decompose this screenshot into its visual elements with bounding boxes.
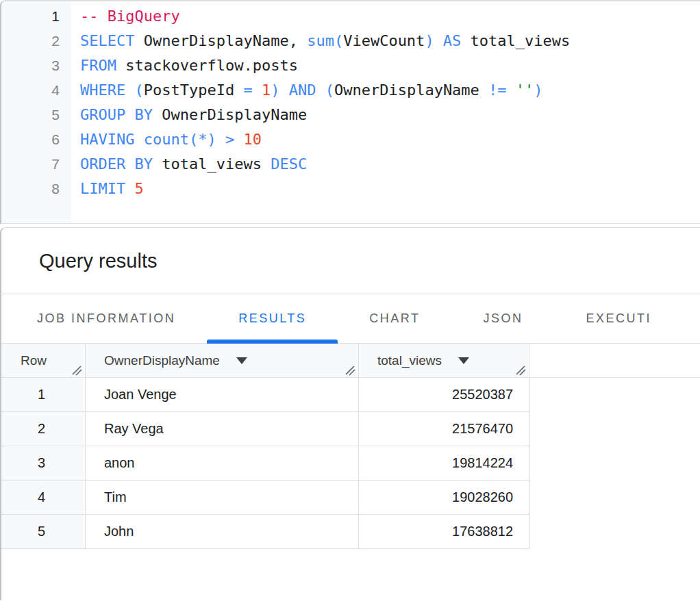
- owner-display-name-cell: Joan Venge: [86, 378, 359, 411]
- code-token-kw: AND: [289, 81, 316, 99]
- code-token-pn: ): [207, 131, 216, 148]
- tab-label: JOB INFORMATION: [37, 311, 175, 326]
- line-number: 8: [1, 177, 71, 201]
- code-token-com: -- BigQuery: [80, 8, 180, 25]
- code-token-fn: sum: [307, 32, 334, 49]
- code-line[interactable]: WHERE (PostTypeId = 1) AND (OwnerDisplay…: [80, 78, 700, 103]
- line-number: 4: [1, 78, 71, 103]
- code-token-id: OwnerDisplayName: [334, 81, 488, 99]
- code-token-op: =: [243, 81, 262, 99]
- column-resize-handle-icon[interactable]: [345, 364, 355, 374]
- code-token-id: OwnerDisplayName,: [134, 32, 307, 49]
- query-results-header: Query results: [1, 228, 700, 294]
- column-header-label: OwnerDisplayName: [104, 353, 220, 368]
- code-line[interactable]: LIMIT 5: [80, 177, 700, 201]
- row-number-cell: 2: [1, 412, 86, 446]
- tab-label: CHART: [369, 311, 420, 326]
- table-row: 2Ray Vega21576470: [1, 412, 530, 446]
- code-line[interactable]: SELECT OwnerDisplayName, sum(ViewCount) …: [80, 29, 700, 53]
- total-views-cell: 21576470: [359, 412, 530, 446]
- line-number: 2: [1, 29, 71, 53]
- tab-results[interactable]: RESULTS: [207, 294, 338, 343]
- column-resize-handle-icon[interactable]: [72, 364, 82, 374]
- total-views-cell: 17638812: [359, 515, 530, 548]
- code-token-kw: GROUP BY: [80, 106, 153, 123]
- code-token-num: 5: [134, 180, 143, 197]
- column-header-label: Row: [21, 353, 47, 368]
- code-token-kw: WHERE: [80, 81, 125, 99]
- code-token-pn: (: [189, 131, 198, 148]
- sql-editor[interactable]: 12345678 -- BigQuerySELECT OwnerDisplayN…: [0, 0, 700, 224]
- code-token-id: total_views: [153, 155, 271, 172]
- header-filler-cell: [529, 344, 700, 377]
- code-token-str: '': [516, 81, 534, 99]
- tab-label: EXECUTI: [586, 311, 652, 326]
- table-row: 3anon19814224: [1, 446, 530, 481]
- tab-label: RESULTS: [238, 311, 306, 326]
- code-line[interactable]: HAVING count(*) > 10: [80, 127, 700, 152]
- tab-label: JSON: [484, 311, 523, 326]
- table-row: 5John17638812: [1, 515, 530, 549]
- owner-display-name-cell: anon: [86, 446, 359, 480]
- tab-job-information[interactable]: JOB INFORMATION: [5, 294, 207, 343]
- code-token-kw: LIMIT: [80, 180, 134, 197]
- column-header-total_views: total_views: [359, 344, 529, 377]
- tab-json[interactable]: JSON: [452, 294, 555, 343]
- tab-executi[interactable]: EXECUTI: [555, 294, 684, 343]
- line-number: 6: [1, 127, 71, 152]
- sort-dropdown-icon[interactable]: [458, 357, 469, 364]
- row-number-cell: 5: [1, 515, 86, 548]
- row-number-cell: 3: [1, 446, 86, 480]
- tab-chart[interactable]: CHART: [338, 294, 451, 343]
- code-token-id: total_views: [471, 32, 571, 49]
- code-line[interactable]: -- BigQuery: [80, 4, 700, 29]
- code-token-kw: HAVING: [80, 131, 144, 148]
- total-views-cell: 25520387: [359, 378, 530, 411]
- code-token-kw: ORDER BY: [80, 155, 153, 172]
- code-token-pn: (: [125, 81, 144, 99]
- code-token-num: 10: [243, 131, 262, 148]
- code-token-op: *: [198, 131, 207, 148]
- code-token-kw: FROM: [80, 57, 116, 74]
- owner-display-name-cell: Tim: [86, 481, 359, 514]
- column-header-ownerdisplayname: OwnerDisplayName: [86, 344, 359, 377]
- code-token-pn: ): [271, 81, 289, 99]
- line-number: 3: [1, 53, 71, 78]
- code-token-pn: (: [334, 32, 343, 49]
- code-token-id: ViewCount: [343, 32, 425, 49]
- code-token-pn: ): [534, 81, 542, 99]
- line-number: 5: [1, 103, 71, 127]
- line-number: 1: [1, 4, 71, 29]
- code-token-fn: count: [144, 131, 189, 148]
- code-token-id: PostTypeId: [144, 81, 244, 99]
- row-number-cell: 1: [1, 378, 86, 411]
- code-line[interactable]: GROUP BY OwnerDisplayName: [80, 103, 700, 127]
- row-number-cell: 4: [1, 481, 86, 514]
- results-table-header: RowOwnerDisplayNametotal_views: [1, 344, 700, 378]
- column-header-row: Row: [1, 344, 86, 377]
- total-views-cell: 19814224: [359, 446, 530, 480]
- owner-display-name-cell: John: [86, 515, 359, 548]
- code-token-kw: DESC: [271, 155, 307, 172]
- code-token-pn: ): [425, 32, 434, 49]
- code-token-id: stackoverflow.posts: [116, 57, 298, 74]
- code-token-id: OwnerDisplayName: [153, 106, 307, 123]
- column-header-label: total_views: [377, 353, 442, 368]
- results-table-body: 1Joan Venge255203872Ray Vega215764703ano…: [1, 378, 700, 549]
- code-token-op: !=: [488, 81, 516, 99]
- results-tab-bar: JOB INFORMATIONRESULTSCHARTJSONEXECUTI: [1, 294, 700, 344]
- code-line[interactable]: ORDER BY total_views DESC: [80, 152, 700, 177]
- code-line[interactable]: FROM stackoverflow.posts: [80, 53, 700, 78]
- code-token-kw: AS: [434, 32, 471, 49]
- code-token-pn: (: [316, 81, 334, 99]
- column-resize-handle-icon[interactable]: [516, 364, 526, 374]
- total-views-cell: 19028260: [359, 481, 530, 514]
- owner-display-name-cell: Ray Vega: [86, 412, 359, 446]
- table-row: 4Tim19028260: [1, 481, 530, 515]
- sql-code-area[interactable]: -- BigQuerySELECT OwnerDisplayName, sum(…: [71, 1, 700, 223]
- code-token-op: >: [216, 131, 244, 148]
- table-row: 1Joan Venge25520387: [1, 378, 530, 412]
- code-token-kw: SELECT: [80, 32, 134, 49]
- sort-dropdown-icon[interactable]: [236, 357, 247, 364]
- line-number: 7: [1, 152, 71, 177]
